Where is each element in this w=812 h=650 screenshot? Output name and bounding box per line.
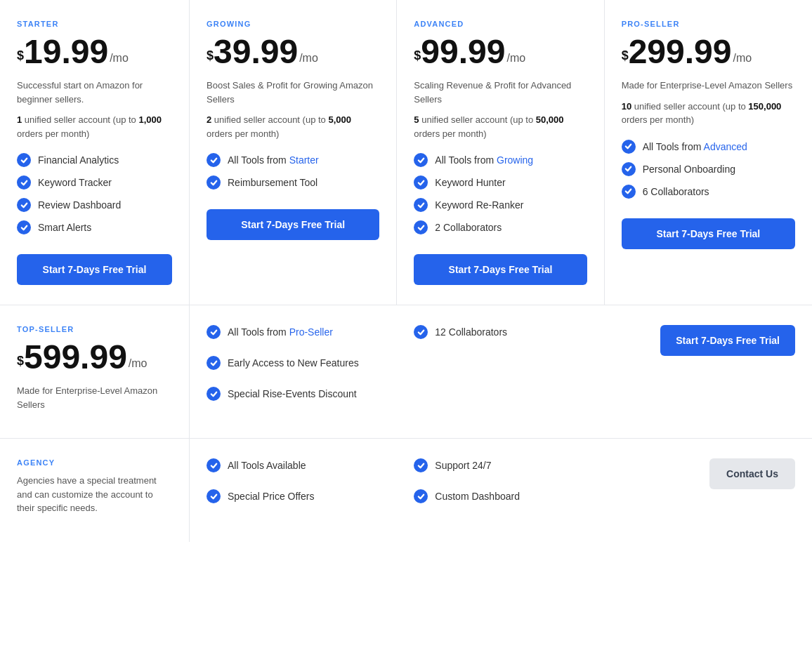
check-icon bbox=[207, 387, 221, 401]
advanced-desc: Scaling Revenue & Profit for Advanced Se… bbox=[414, 79, 587, 106]
top-seller-label: TOP-SELLER bbox=[17, 325, 172, 333]
list-item: Early Access to New Features bbox=[207, 356, 380, 370]
list-item: 6 Collaborators bbox=[622, 185, 795, 199]
check-icon bbox=[414, 458, 428, 472]
starter-amount: 19.99 bbox=[24, 35, 108, 69]
starter-unified: 1 unified seller account (up to 1,000 or… bbox=[17, 113, 172, 140]
advanced-cta-button[interactable]: Start 7-Days Free Trial bbox=[414, 254, 587, 285]
pro-seller-mo: /mo bbox=[733, 52, 752, 65]
growing-desc: Boost Sales & Profit for Growing Amazon … bbox=[207, 79, 379, 106]
list-item: Reimbursement Tool bbox=[207, 175, 379, 190]
check-icon bbox=[207, 153, 221, 167]
agency-row: AGENCY Agencies have a special treatment… bbox=[0, 439, 812, 542]
starter-link[interactable]: Starter bbox=[289, 154, 319, 166]
list-item: Personal Onboarding bbox=[622, 162, 795, 176]
check-icon bbox=[622, 185, 636, 199]
agency-right: All Tools Available Special Price Offers… bbox=[190, 439, 812, 542]
starter-features: Financial Analytics Keyword Tracker Revi… bbox=[17, 153, 172, 234]
list-item: Review Dashboard bbox=[17, 198, 172, 212]
starter-dollar: $ bbox=[17, 48, 24, 63]
pro-seller-desc: Made for Enterprise-Level Amazon Sellers bbox=[622, 79, 795, 93]
list-item: All Tools Available bbox=[207, 458, 380, 472]
check-icon bbox=[207, 175, 221, 190]
check-icon bbox=[17, 220, 31, 234]
advanced-label: ADVANCED bbox=[414, 20, 587, 28]
pro-seller-dollar: $ bbox=[622, 48, 629, 63]
pro-seller-features: All Tools from Advanced Personal Onboard… bbox=[622, 140, 795, 199]
list-item: All Tools from Advanced bbox=[622, 140, 795, 154]
pro-seller-cta-button[interactable]: Start 7-Days Free Trial bbox=[622, 218, 795, 249]
starter-desc: Successful start on Amazon for beginner … bbox=[17, 79, 172, 106]
growing-plan: GROWING $ 39.99 /mo Boost Sales & Profit… bbox=[190, 0, 397, 305]
growing-features: All Tools from Starter Reimbursement Too… bbox=[207, 153, 379, 190]
list-item: Keyword Re-Ranker bbox=[414, 198, 587, 212]
check-icon bbox=[414, 175, 428, 190]
list-item: 12 Collaborators bbox=[414, 325, 587, 339]
growing-cta-button[interactable]: Start 7-Days Free Trial bbox=[207, 209, 379, 240]
check-icon bbox=[17, 175, 31, 190]
pro-seller-amount: 299.99 bbox=[629, 35, 732, 69]
growing-label: GROWING bbox=[207, 20, 379, 28]
top-seller-desc: Made for Enterprise-Level Amazon Sellers bbox=[17, 384, 172, 411]
list-item: Financial Analytics bbox=[17, 153, 172, 167]
list-item: 2 Collaborators bbox=[414, 220, 587, 234]
check-icon bbox=[207, 356, 221, 370]
check-icon bbox=[207, 489, 221, 503]
list-item: Keyword Tracker bbox=[17, 175, 172, 190]
top-seller-features-col2: 12 Collaborators bbox=[397, 305, 604, 438]
check-icon bbox=[207, 458, 221, 472]
top-seller-price: $ 599.99 /mo bbox=[17, 340, 172, 374]
starter-label: STARTER bbox=[17, 20, 172, 28]
growing-price: $ 39.99 /mo bbox=[207, 35, 379, 69]
top-seller-plan: TOP-SELLER $ 599.99 /mo Made for Enterpr… bbox=[0, 305, 190, 438]
check-icon bbox=[414, 220, 428, 234]
pro-seller-price: $ 299.99 /mo bbox=[622, 35, 795, 69]
advanced-plan: ADVANCED $ 99.99 /mo Scaling Revenue & P… bbox=[397, 0, 604, 305]
list-item: All Tools from Starter bbox=[207, 153, 379, 167]
pro-seller-label: PRO-SELLER bbox=[622, 20, 795, 28]
check-icon bbox=[414, 489, 428, 503]
top-seller-row: TOP-SELLER $ 599.99 /mo Made for Enterpr… bbox=[0, 305, 812, 439]
top-seller-cta-button[interactable]: Start 7-Days Free Trial bbox=[660, 325, 795, 356]
agency-label: AGENCY bbox=[17, 458, 172, 467]
growing-unified: 2 unified seller account (up to 5,000 or… bbox=[207, 113, 379, 140]
top-seller-cta-col: Start 7-Days Free Trial bbox=[605, 305, 812, 438]
advanced-mo: /mo bbox=[506, 52, 525, 65]
growing-mo: /mo bbox=[299, 52, 318, 65]
top-seller-dollar: $ bbox=[17, 354, 24, 369]
growing-amount: 39.99 bbox=[214, 35, 298, 69]
agency-cta-col: Contact Us bbox=[605, 439, 812, 542]
starter-cta-button[interactable]: Start 7-Days Free Trial bbox=[17, 254, 172, 285]
check-icon bbox=[622, 162, 636, 176]
starter-mo: /mo bbox=[110, 52, 129, 65]
top-seller-mo: /mo bbox=[129, 357, 148, 370]
growing-link[interactable]: Growing bbox=[497, 154, 533, 166]
list-item: Smart Alerts bbox=[17, 220, 172, 234]
agency-contact-button[interactable]: Contact Us bbox=[709, 458, 795, 489]
agency-features-col2: Support 24/7 Custom Dashboard bbox=[397, 439, 604, 542]
agency-features-col1: All Tools Available Special Price Offers bbox=[190, 439, 397, 542]
pro-seller-link[interactable]: Pro-Seller bbox=[289, 326, 333, 338]
starter-plan: STARTER $ 19.99 /mo Successful start on … bbox=[0, 0, 190, 305]
check-icon bbox=[17, 198, 31, 212]
list-item: Special Price Offers bbox=[207, 489, 380, 503]
list-item: Custom Dashboard bbox=[414, 489, 587, 503]
check-icon bbox=[622, 140, 636, 154]
list-item: Keyword Hunter bbox=[414, 175, 587, 190]
list-item: Special Rise-Events Discount bbox=[207, 387, 380, 401]
check-icon bbox=[17, 153, 31, 167]
list-item: All Tools from Growing bbox=[414, 153, 587, 167]
agency-desc: Agencies have a special treatment and ca… bbox=[17, 474, 172, 515]
agency-plan: AGENCY Agencies have a special treatment… bbox=[0, 439, 190, 542]
growing-dollar: $ bbox=[207, 48, 214, 63]
check-icon bbox=[414, 153, 428, 167]
advanced-features: All Tools from Growing Keyword Hunter Ke… bbox=[414, 153, 587, 234]
advanced-dollar: $ bbox=[414, 48, 421, 63]
check-icon bbox=[414, 198, 428, 212]
advanced-link[interactable]: Advanced bbox=[704, 141, 747, 152]
pro-seller-unified: 10 unified seller account (up to 150,000… bbox=[622, 100, 795, 127]
top-seller-amount: 599.99 bbox=[24, 340, 127, 374]
list-item: All Tools from Pro-Seller bbox=[207, 325, 380, 339]
top-seller-right: All Tools from Pro-Seller Early Access t… bbox=[190, 305, 812, 438]
advanced-amount: 99.99 bbox=[421, 35, 505, 69]
